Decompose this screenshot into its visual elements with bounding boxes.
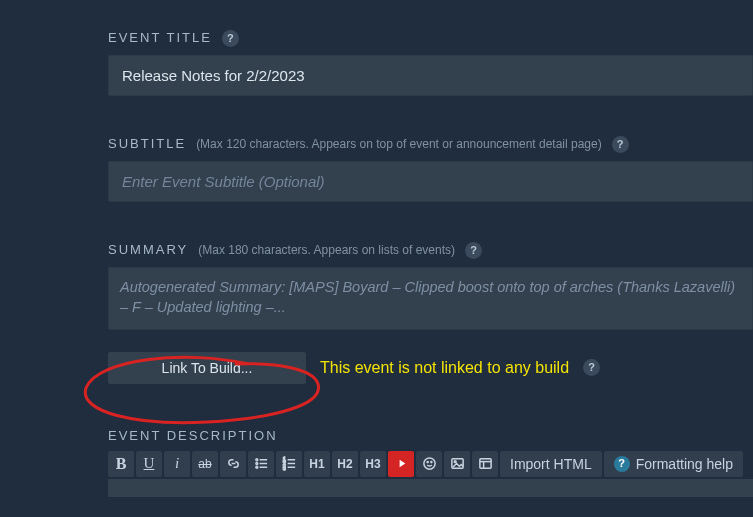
summary-label: SUMMARY <box>108 242 188 257</box>
link-button[interactable] <box>220 451 246 477</box>
summary-group: SUMMARY (Max 180 characters. Appears on … <box>108 242 753 330</box>
svg-point-0 <box>255 459 257 461</box>
help-icon[interactable]: ? <box>222 30 239 47</box>
h2-button[interactable]: H2 <box>332 451 358 477</box>
h3-button[interactable]: H3 <box>360 451 386 477</box>
summary-text[interactable]: Autogenerated Summary: [MAPS] Boyard – C… <box>108 267 753 330</box>
underline-button[interactable]: U <box>136 451 162 477</box>
svg-point-13 <box>427 462 428 463</box>
smiley-icon <box>422 456 437 471</box>
svg-text:3: 3 <box>282 466 285 471</box>
svg-point-1 <box>255 463 257 465</box>
image-button[interactable] <box>444 451 470 477</box>
h1-button[interactable]: H1 <box>304 451 330 477</box>
youtube-icon <box>394 456 409 471</box>
subtitle-hint: (Max 120 characters. Appears on top of e… <box>196 137 602 151</box>
unordered-list-button[interactable] <box>248 451 274 477</box>
help-icon: ? <box>614 456 630 472</box>
svg-point-16 <box>454 461 456 463</box>
help-icon[interactable]: ? <box>583 359 600 376</box>
summary-hint: (Max 180 characters. Appears on lists of… <box>198 243 455 257</box>
link-to-build-button[interactable]: Link To Build... <box>108 352 306 384</box>
widget-icon <box>478 456 493 471</box>
image-icon <box>450 456 465 471</box>
link-icon <box>226 456 241 471</box>
formatting-help-button[interactable]: ? Formatting help <box>604 451 743 477</box>
list-ul-icon <box>254 456 269 471</box>
bold-button[interactable]: B <box>108 451 134 477</box>
subtitle-label: SUBTITLE <box>108 136 186 151</box>
description-editor[interactable] <box>108 479 753 497</box>
store-widget-button[interactable] <box>472 451 498 477</box>
svg-point-2 <box>255 466 257 468</box>
emoji-button[interactable] <box>416 451 442 477</box>
link-build-status: This event is not linked to any build <box>320 359 569 377</box>
event-title-label: EVENT TITLE <box>108 30 212 45</box>
import-html-button[interactable]: Import HTML <box>500 451 602 477</box>
formatting-help-label: Formatting help <box>636 456 733 472</box>
help-icon[interactable]: ? <box>612 136 629 153</box>
italic-button[interactable]: i <box>164 451 190 477</box>
youtube-button[interactable] <box>388 451 414 477</box>
event-description-group: EVENT DESCRIPTION B U i ab 123 H1 H2 H3 <box>108 428 753 497</box>
ordered-list-button[interactable]: 123 <box>276 451 302 477</box>
subtitle-input[interactable] <box>108 161 753 202</box>
list-ol-icon: 123 <box>282 456 297 471</box>
svg-rect-17 <box>479 459 490 468</box>
link-build-row: Link To Build... This event is not linke… <box>108 352 753 384</box>
event-description-label: EVENT DESCRIPTION <box>108 428 753 443</box>
editor-toolbar: B U i ab 123 H1 H2 H3 <box>108 451 753 477</box>
help-icon[interactable]: ? <box>465 242 482 259</box>
strikethrough-button[interactable]: ab <box>192 451 218 477</box>
subtitle-group: SUBTITLE (Max 120 characters. Appears on… <box>108 136 753 202</box>
event-title-input[interactable] <box>108 55 753 96</box>
svg-point-12 <box>423 458 434 469</box>
svg-point-14 <box>430 462 431 463</box>
event-title-group: EVENT TITLE ? <box>108 30 753 96</box>
